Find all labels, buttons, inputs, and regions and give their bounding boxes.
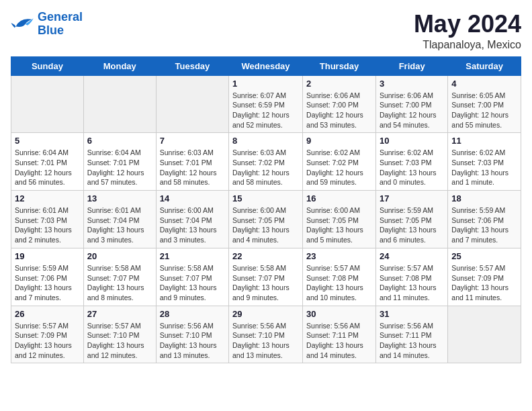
calendar-cell: 30Sunrise: 5:56 AM Sunset: 7:11 PM Dayli… — [303, 306, 376, 363]
calendar-cell: 14Sunrise: 6:00 AM Sunset: 7:04 PM Dayli… — [156, 191, 228, 248]
calendar-cell — [11, 75, 84, 133]
day-info: Sunrise: 6:03 AM Sunset: 7:02 PM Dayligh… — [232, 148, 299, 187]
calendar-cell: 10Sunrise: 6:02 AM Sunset: 7:03 PM Dayli… — [375, 133, 447, 191]
day-info: Sunrise: 6:02 AM Sunset: 7:02 PM Dayligh… — [306, 148, 372, 187]
calendar-cell: 2Sunrise: 6:06 AM Sunset: 7:00 PM Daylig… — [303, 75, 376, 133]
calendar-table: SundayMondayTuesdayWednesdayThursdayFrid… — [11, 56, 521, 364]
day-number: 2 — [306, 79, 372, 89]
day-info: Sunrise: 6:04 AM Sunset: 7:01 PM Dayligh… — [87, 148, 152, 187]
calendar-cell: 21Sunrise: 5:58 AM Sunset: 7:07 PM Dayli… — [156, 248, 228, 306]
calendar-cell: 5Sunrise: 6:04 AM Sunset: 7:01 PM Daylig… — [11, 133, 84, 191]
logo-bird-icon — [11, 15, 35, 34]
day-number: 4 — [451, 79, 517, 89]
calendar-cell: 8Sunrise: 6:03 AM Sunset: 7:02 PM Daylig… — [229, 133, 303, 191]
day-number: 3 — [380, 79, 444, 89]
calendar-week-4: 19Sunrise: 5:59 AM Sunset: 7:06 PM Dayli… — [11, 248, 521, 306]
day-number: 1 — [232, 79, 299, 89]
day-number: 13 — [87, 193, 152, 203]
day-info: Sunrise: 5:58 AM Sunset: 7:07 PM Dayligh… — [160, 263, 225, 303]
page-header: General Blue May 2024 Tlapanaloya, Mexic… — [11, 11, 521, 51]
day-number: 17 — [380, 193, 444, 203]
calendar-cell: 23Sunrise: 5:57 AM Sunset: 7:08 PM Dayli… — [303, 248, 376, 306]
weekday-header-saturday: Saturday — [448, 56, 521, 75]
calendar-cell: 9Sunrise: 6:02 AM Sunset: 7:02 PM Daylig… — [303, 133, 376, 191]
day-number: 9 — [306, 136, 372, 146]
day-info: Sunrise: 6:00 AM Sunset: 7:05 PM Dayligh… — [306, 205, 372, 245]
calendar-cell: 18Sunrise: 5:59 AM Sunset: 7:06 PM Dayli… — [448, 191, 521, 248]
day-number: 15 — [232, 193, 299, 203]
calendar-cell: 7Sunrise: 6:03 AM Sunset: 7:01 PM Daylig… — [156, 133, 228, 191]
logo-text: General Blue — [38, 11, 83, 38]
weekday-header-tuesday: Tuesday — [156, 56, 228, 75]
day-info: Sunrise: 5:56 AM Sunset: 7:11 PM Dayligh… — [306, 321, 372, 361]
day-info: Sunrise: 5:58 AM Sunset: 7:07 PM Dayligh… — [232, 263, 299, 303]
calendar-cell: 31Sunrise: 5:56 AM Sunset: 7:11 PM Dayli… — [375, 306, 447, 363]
day-number: 26 — [15, 309, 80, 319]
day-number: 25 — [451, 251, 517, 261]
calendar-week-1: 1Sunrise: 6:07 AM Sunset: 6:59 PM Daylig… — [11, 75, 521, 133]
weekday-header-monday: Monday — [83, 56, 156, 75]
day-number: 7 — [160, 136, 225, 146]
day-info: Sunrise: 6:00 AM Sunset: 7:04 PM Dayligh… — [160, 205, 225, 245]
calendar-cell: 20Sunrise: 5:58 AM Sunset: 7:07 PM Dayli… — [83, 248, 156, 306]
day-info: Sunrise: 6:02 AM Sunset: 7:03 PM Dayligh… — [451, 148, 517, 187]
calendar-cell: 3Sunrise: 6:06 AM Sunset: 7:00 PM Daylig… — [375, 75, 447, 133]
calendar-cell: 17Sunrise: 5:59 AM Sunset: 7:05 PM Dayli… — [375, 191, 447, 248]
calendar-cell: 15Sunrise: 6:00 AM Sunset: 7:05 PM Dayli… — [229, 191, 303, 248]
calendar-cell: 25Sunrise: 5:57 AM Sunset: 7:09 PM Dayli… — [448, 248, 521, 306]
day-number: 23 — [306, 251, 372, 261]
calendar-cell: 16Sunrise: 6:00 AM Sunset: 7:05 PM Dayli… — [303, 191, 376, 248]
day-number: 29 — [232, 309, 299, 319]
weekday-header-friday: Friday — [375, 56, 447, 75]
calendar-cell: 6Sunrise: 6:04 AM Sunset: 7:01 PM Daylig… — [83, 133, 156, 191]
calendar-week-3: 12Sunrise: 6:01 AM Sunset: 7:03 PM Dayli… — [11, 191, 521, 248]
day-number: 16 — [306, 193, 372, 203]
day-number: 30 — [306, 309, 372, 319]
calendar-cell: 22Sunrise: 5:58 AM Sunset: 7:07 PM Dayli… — [229, 248, 303, 306]
day-info: Sunrise: 6:01 AM Sunset: 7:03 PM Dayligh… — [15, 205, 80, 245]
day-number: 24 — [380, 251, 444, 261]
weekday-header-thursday: Thursday — [303, 56, 376, 75]
day-number: 10 — [380, 136, 444, 146]
calendar-week-2: 5Sunrise: 6:04 AM Sunset: 7:01 PM Daylig… — [11, 133, 521, 191]
day-info: Sunrise: 5:57 AM Sunset: 7:09 PM Dayligh… — [15, 321, 80, 361]
calendar-cell: 26Sunrise: 5:57 AM Sunset: 7:09 PM Dayli… — [11, 306, 84, 363]
day-info: Sunrise: 6:05 AM Sunset: 7:00 PM Dayligh… — [451, 91, 517, 130]
day-number: 14 — [160, 193, 225, 203]
calendar-cell: 1Sunrise: 6:07 AM Sunset: 6:59 PM Daylig… — [229, 75, 303, 133]
day-info: Sunrise: 5:58 AM Sunset: 7:07 PM Dayligh… — [87, 263, 152, 303]
day-info: Sunrise: 5:57 AM Sunset: 7:10 PM Dayligh… — [87, 321, 152, 361]
day-number: 27 — [87, 309, 152, 319]
calendar-cell: 11Sunrise: 6:02 AM Sunset: 7:03 PM Dayli… — [448, 133, 521, 191]
day-info: Sunrise: 6:02 AM Sunset: 7:03 PM Dayligh… — [380, 148, 444, 187]
day-number: 22 — [232, 251, 299, 261]
day-number: 5 — [15, 136, 80, 146]
calendar-cell: 29Sunrise: 5:56 AM Sunset: 7:10 PM Dayli… — [229, 306, 303, 363]
calendar-cell: 4Sunrise: 6:05 AM Sunset: 7:00 PM Daylig… — [448, 75, 521, 133]
day-info: Sunrise: 6:00 AM Sunset: 7:05 PM Dayligh… — [232, 205, 299, 245]
logo: General Blue — [11, 11, 83, 38]
day-info: Sunrise: 6:07 AM Sunset: 6:59 PM Dayligh… — [232, 91, 299, 130]
logo-line1: General — [38, 10, 83, 24]
calendar-week-5: 26Sunrise: 5:57 AM Sunset: 7:09 PM Dayli… — [11, 306, 521, 363]
day-number: 11 — [451, 136, 517, 146]
day-info: Sunrise: 5:59 AM Sunset: 7:05 PM Dayligh… — [380, 205, 444, 245]
day-info: Sunrise: 6:03 AM Sunset: 7:01 PM Dayligh… — [160, 148, 225, 187]
calendar-cell: 19Sunrise: 5:59 AM Sunset: 7:06 PM Dayli… — [11, 248, 84, 306]
calendar-body: 1Sunrise: 6:07 AM Sunset: 6:59 PM Daylig… — [11, 75, 521, 363]
day-number: 31 — [380, 309, 444, 319]
day-info: Sunrise: 5:57 AM Sunset: 7:08 PM Dayligh… — [380, 263, 444, 303]
location: Tlapanaloya, Mexico — [414, 39, 521, 51]
day-info: Sunrise: 5:56 AM Sunset: 7:10 PM Dayligh… — [160, 321, 225, 361]
logo-line2: Blue — [38, 24, 64, 37]
day-info: Sunrise: 6:06 AM Sunset: 7:00 PM Dayligh… — [306, 91, 372, 130]
day-number: 18 — [451, 193, 517, 203]
weekday-header-wednesday: Wednesday — [229, 56, 303, 75]
day-info: Sunrise: 5:56 AM Sunset: 7:11 PM Dayligh… — [380, 321, 444, 361]
month-year: May 2024 — [414, 11, 521, 38]
day-number: 12 — [15, 193, 80, 203]
day-info: Sunrise: 5:57 AM Sunset: 7:08 PM Dayligh… — [306, 263, 372, 303]
day-info: Sunrise: 5:56 AM Sunset: 7:10 PM Dayligh… — [232, 321, 299, 361]
calendar-cell — [83, 75, 156, 133]
day-number: 8 — [232, 136, 299, 146]
